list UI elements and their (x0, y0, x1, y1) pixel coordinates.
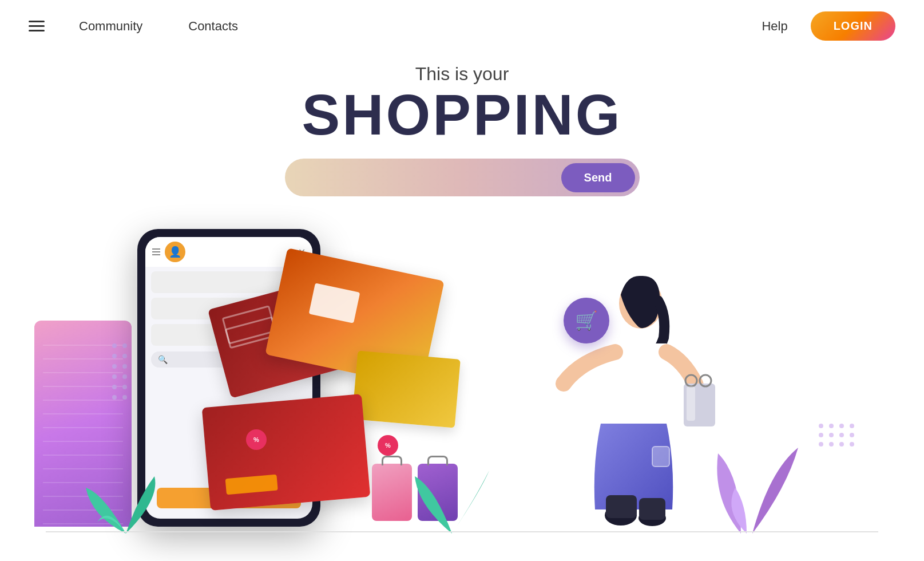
building-dots (112, 343, 132, 401)
hero-section: This is your SHOPPING (0, 52, 924, 145)
plant-left (80, 465, 172, 534)
bottom-divider (46, 531, 878, 532)
phone-avatar: 👤 (165, 242, 185, 262)
decorative-dots-right (819, 424, 855, 447)
hero-subtitle: This is your (0, 64, 924, 85)
svg-rect-1 (652, 447, 669, 467)
box-4 (202, 394, 371, 511)
svg-rect-3 (606, 495, 637, 518)
phone-search-icon: 🔍 (158, 355, 168, 364)
svg-rect-9 (687, 386, 695, 421)
nav: Community Contacts (79, 19, 238, 34)
price-tag-2: % (378, 435, 398, 456)
plant-middle (412, 459, 492, 534)
help-link[interactable]: Help (762, 19, 787, 34)
search-bar: Send (285, 159, 640, 196)
bag-pink (372, 464, 412, 521)
send-button[interactable]: Send (561, 163, 635, 192)
box-2-label (309, 283, 360, 323)
cart-icon: 🛒 (575, 310, 598, 331)
svg-rect-5 (639, 498, 665, 520)
search-container: Send (0, 159, 924, 196)
nav-community[interactable]: Community (79, 19, 142, 34)
cart-bubble: 🛒 (564, 298, 609, 343)
phone-menu-icon (152, 248, 160, 255)
header-right: Help LOGIN (762, 11, 895, 41)
login-button[interactable]: LOGIN (811, 11, 895, 41)
price-tag-1: % (246, 429, 267, 450)
hamburger-menu[interactable] (29, 21, 45, 31)
hero-title: SHOPPING (0, 85, 924, 145)
box-3 (352, 350, 461, 428)
nav-contacts[interactable]: Contacts (188, 19, 238, 34)
search-input[interactable] (296, 172, 561, 184)
header: Community Contacts Help LOGIN (0, 0, 924, 52)
plant-right (707, 430, 810, 534)
illustration: 👤 ✕ 🔍 % % (0, 263, 924, 561)
